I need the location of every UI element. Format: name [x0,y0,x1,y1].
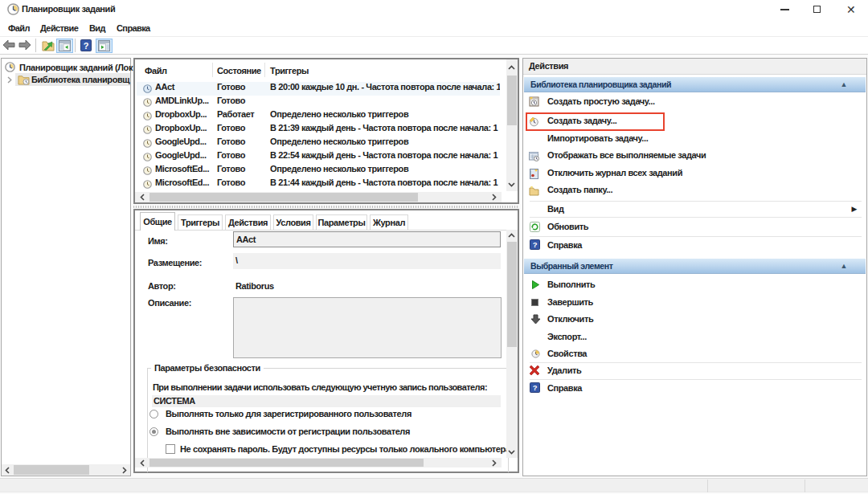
svg-text:?: ? [533,240,538,249]
svg-text:?: ? [84,41,89,51]
svg-text:?: ? [533,383,538,392]
